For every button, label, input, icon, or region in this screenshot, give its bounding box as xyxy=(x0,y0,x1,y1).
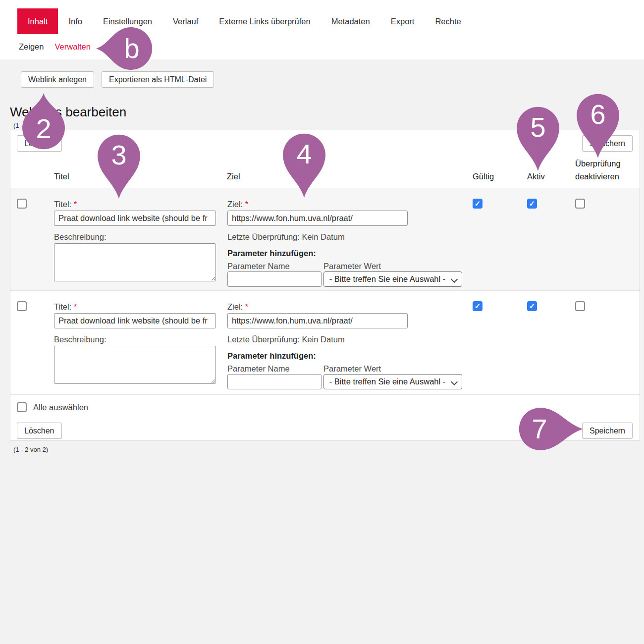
required-asterisk: * xyxy=(74,200,77,209)
table-footer: Alle auswählen Löschen Speichern xyxy=(10,394,640,440)
ziel-input[interactable] xyxy=(227,211,408,226)
row-select-checkbox[interactable] xyxy=(17,199,27,209)
column-header-ueberpruefung: Überprüfung xyxy=(575,159,621,168)
top-bar: Inhalt Info Einstellungen Verlauf Extern… xyxy=(0,0,644,59)
tab-einstellungen[interactable]: Einstellungen xyxy=(93,8,162,34)
screenshot-stage: Inhalt Info Einstellungen Verlauf Extern… xyxy=(0,0,644,644)
tab-metadaten[interactable]: Metadaten xyxy=(321,8,380,34)
tab-verlauf[interactable]: Verlauf xyxy=(162,8,209,34)
column-header-gueltig: Gültig xyxy=(473,172,494,181)
beschreibung-label: Beschreibung: xyxy=(54,335,107,344)
chevron-down-icon xyxy=(451,378,458,385)
content-toolbar: Weblink anlegen Exportieren als HTML-Dat… xyxy=(21,71,214,88)
page-title: Weblinks bearbeiten xyxy=(10,105,126,120)
letzte-ueberpruefung-text: Letzte Überprüfung: Kein Datum xyxy=(227,335,345,344)
tab-externe-links-ueberpruefen[interactable]: Externe Links überprüfen xyxy=(209,8,321,34)
beschreibung-textarea[interactable] xyxy=(54,346,216,384)
aktiv-checkbox[interactable] xyxy=(527,301,537,311)
tab-info[interactable]: Info xyxy=(58,8,93,34)
table-row: Titel: * Beschreibung: Ziel: * Letzte Üb… xyxy=(10,290,640,394)
ziel-label: Ziel: * xyxy=(227,200,248,209)
tab-rechte[interactable]: Rechte xyxy=(425,8,471,34)
weblinks-table-panel: Löschen Speichern Titel Ziel Gültig Akti… xyxy=(10,130,640,441)
parameter-name-input[interactable] xyxy=(227,374,322,389)
ueberpruefung-deaktivieren-checkbox[interactable] xyxy=(575,301,585,311)
parameter-name-label: Parameter Name xyxy=(227,262,290,271)
table-row: Titel: * Beschreibung: Ziel: * Letzte Üb… xyxy=(10,188,640,290)
save-button-bottom[interactable]: Speichern xyxy=(582,423,633,439)
parameter-hinzufuegen-label: Parameter hinzufügen: xyxy=(227,351,316,361)
sub-tab-bar: Zeigen Verwalten xyxy=(19,35,91,59)
parameter-hinzufuegen-label: Parameter hinzufügen: xyxy=(227,249,316,258)
row-select-checkbox[interactable] xyxy=(17,301,27,311)
chevron-down-icon xyxy=(451,276,458,283)
tab-export[interactable]: Export xyxy=(380,8,425,34)
save-button-top[interactable]: Speichern xyxy=(582,135,633,152)
delete-button-top[interactable]: Löschen xyxy=(17,135,62,152)
export-html-button[interactable]: Exportieren als HTML-Datei xyxy=(102,71,214,88)
select-value: - Bitte treffen Sie eine Auswahl - xyxy=(329,274,446,283)
tab-inhalt[interactable]: Inhalt xyxy=(17,8,58,34)
aktiv-checkbox[interactable] xyxy=(527,199,537,209)
letzte-ueberpruefung-text: Letzte Überprüfung: Kein Datum xyxy=(227,232,345,242)
parameter-wert-label: Parameter Wert xyxy=(323,364,381,374)
gueltig-checkbox[interactable] xyxy=(473,301,483,311)
select-all-label: Alle auswählen xyxy=(33,403,88,412)
titel-input[interactable] xyxy=(54,211,216,226)
titel-label-text: Titel: xyxy=(54,302,71,311)
ziel-label-text: Ziel: xyxy=(227,302,243,311)
ziel-label-text: Ziel: xyxy=(227,200,243,209)
titel-label-text: Titel: xyxy=(54,200,71,209)
column-header-deaktivieren: deaktivieren xyxy=(575,172,619,181)
select-all-checkbox[interactable] xyxy=(17,402,27,412)
beschreibung-label: Beschreibung: xyxy=(54,232,107,242)
ziel-label: Ziel: * xyxy=(227,302,248,312)
column-header-aktiv: Aktiv xyxy=(527,172,545,181)
gueltig-checkbox[interactable] xyxy=(473,199,483,209)
result-range-bottom: (1 - 2 von 2) xyxy=(13,446,48,453)
parameter-wert-select[interactable]: - Bitte treffen Sie eine Auswahl - xyxy=(323,271,462,287)
beschreibung-textarea[interactable] xyxy=(54,243,216,281)
column-header-titel: Titel xyxy=(54,172,69,181)
delete-button-bottom[interactable]: Löschen xyxy=(17,423,62,439)
required-asterisk: * xyxy=(74,302,77,311)
parameter-wert-select[interactable]: - Bitte treffen Sie eine Auswahl - xyxy=(323,374,462,389)
parameter-name-label: Parameter Name xyxy=(227,364,290,374)
parameter-name-input[interactable] xyxy=(227,271,322,287)
parameter-wert-label: Parameter Wert xyxy=(323,262,381,271)
column-header-ziel: Ziel xyxy=(227,172,240,181)
ziel-input[interactable] xyxy=(227,313,408,328)
subtab-verwalten[interactable]: Verwalten xyxy=(54,42,90,52)
subtab-zeigen[interactable]: Zeigen xyxy=(19,42,44,52)
titel-input[interactable] xyxy=(54,313,216,328)
ueberpruefung-deaktivieren-checkbox[interactable] xyxy=(575,199,585,209)
result-range-top: (1 - 2 von 2) xyxy=(13,122,48,129)
required-asterisk: * xyxy=(245,302,248,311)
titel-label: Titel: * xyxy=(54,302,77,312)
required-asterisk: * xyxy=(245,200,248,209)
create-weblink-button[interactable]: Weblink anlegen xyxy=(21,71,94,88)
select-value: - Bitte treffen Sie eine Auswahl - xyxy=(329,377,446,386)
main-tab-bar: Inhalt Info Einstellungen Verlauf Extern… xyxy=(17,8,472,34)
titel-label: Titel: * xyxy=(54,200,77,209)
